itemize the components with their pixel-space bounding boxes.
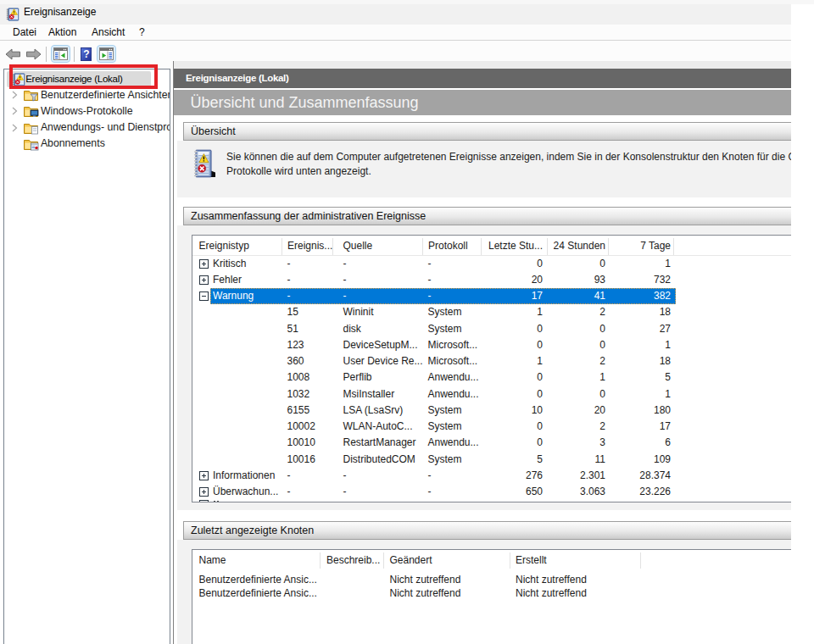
svg-text:?: ? bbox=[83, 48, 89, 60]
